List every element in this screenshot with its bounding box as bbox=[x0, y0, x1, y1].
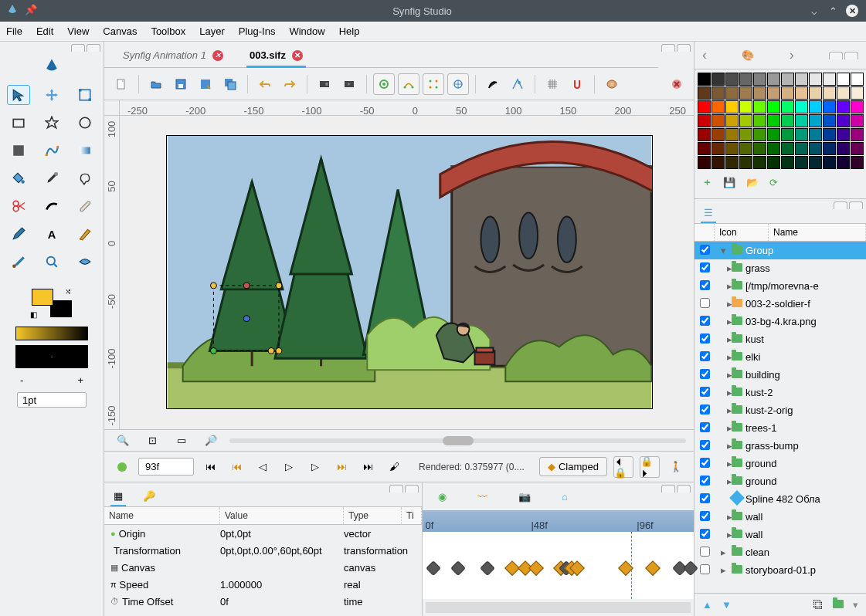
interpolation-mode-button[interactable]: ◆ Clamped bbox=[539, 457, 607, 476]
draw-tool[interactable] bbox=[7, 224, 30, 244]
layer-expand-icon[interactable]: ▸ bbox=[715, 280, 732, 292]
palette-swatch[interactable] bbox=[725, 142, 739, 155]
menu-edit[interactable]: Edit bbox=[36, 25, 53, 37]
open-file-icon[interactable] bbox=[145, 73, 167, 95]
palette-swatch[interactable] bbox=[823, 114, 836, 127]
layer-visibility-checkbox[interactable] bbox=[700, 458, 710, 468]
brush-icon[interactable]: 🖌 bbox=[384, 456, 404, 478]
window-minimize[interactable]: ⌵ bbox=[809, 5, 820, 17]
layer-expand-icon[interactable]: ▸ bbox=[715, 316, 732, 327]
palette-swatch[interactable] bbox=[795, 128, 808, 141]
param-value[interactable]: 1.000000 bbox=[220, 579, 344, 591]
layer-row[interactable]: ▸clean bbox=[694, 543, 866, 561]
layer-visibility-checkbox[interactable] bbox=[700, 245, 710, 255]
current-frame-field[interactable]: 93f bbox=[138, 458, 194, 476]
keyframe-lock-future-icon[interactable]: 🔒⏵ bbox=[640, 456, 660, 478]
keyframe[interactable] bbox=[528, 560, 544, 576]
palette-swatch[interactable] bbox=[851, 100, 864, 113]
menu-plug-ins[interactable]: Plug-Ins bbox=[239, 25, 276, 37]
lasso-tool[interactable] bbox=[73, 168, 97, 188]
palette-refresh-icon[interactable]: ⟳ bbox=[769, 177, 778, 188]
layer-row[interactable]: ▸kust-2 bbox=[694, 384, 866, 401]
palette-swatch[interactable] bbox=[781, 128, 794, 141]
layer-expand-icon[interactable]: ▸ bbox=[715, 333, 732, 345]
palette-swatch[interactable] bbox=[711, 86, 725, 100]
seek-end-icon[interactable]: ⏭ bbox=[358, 456, 378, 478]
seek-next-key-icon[interactable]: ⏭ bbox=[331, 456, 351, 478]
layer-row[interactable]: ▸wall bbox=[694, 526, 866, 543]
zoom-in-icon[interactable]: 🔎 bbox=[200, 430, 222, 452]
layer-visibility-checkbox[interactable] bbox=[700, 369, 710, 379]
tl-keyframe-icon[interactable]: ◉ bbox=[438, 491, 447, 503]
palette-swatch[interactable] bbox=[739, 128, 752, 141]
palette-swatch[interactable] bbox=[753, 156, 766, 169]
palette-swatch[interactable] bbox=[739, 86, 752, 100]
layer-expand-icon[interactable]: ▸ bbox=[715, 547, 732, 558]
zoom-tool[interactable] bbox=[40, 252, 63, 272]
layer-visibility-checkbox[interactable] bbox=[700, 298, 710, 308]
palette-swatch[interactable] bbox=[795, 114, 808, 127]
seek-next-frame-icon[interactable]: ▷ bbox=[305, 456, 325, 478]
eyedropper-tool[interactable] bbox=[40, 168, 63, 188]
palette-swatch[interactable] bbox=[767, 142, 780, 155]
palette-swatch[interactable] bbox=[851, 86, 864, 100]
palette-swatch[interactable] bbox=[809, 73, 822, 86]
move-tool[interactable] bbox=[40, 85, 63, 105]
palette-swatch[interactable] bbox=[767, 73, 780, 86]
artboard[interactable] bbox=[166, 135, 653, 409]
fill-tool[interactable] bbox=[7, 168, 30, 188]
palette-swatch[interactable] bbox=[725, 156, 739, 169]
palette-swatch[interactable] bbox=[837, 100, 850, 113]
palette-swatch[interactable] bbox=[725, 100, 739, 113]
pin-icon[interactable]: 📌 bbox=[25, 4, 37, 19]
window-maximize[interactable]: ⌃ bbox=[827, 5, 838, 17]
layer-visibility-checkbox[interactable] bbox=[700, 511, 710, 521]
layer-row[interactable]: ▸003-2-soldier-f bbox=[694, 295, 866, 313]
spline-tool[interactable] bbox=[40, 140, 63, 161]
menu-view[interactable]: View bbox=[67, 25, 89, 37]
palette-swatch[interactable] bbox=[823, 156, 836, 169]
palette-swatch[interactable] bbox=[698, 128, 711, 141]
layer-expand-icon[interactable]: ▸ bbox=[715, 422, 732, 434]
gradient-tool[interactable] bbox=[73, 140, 97, 161]
palette-swatch[interactable] bbox=[781, 156, 794, 169]
palette-swatch[interactable] bbox=[837, 86, 850, 100]
palette-swatch[interactable] bbox=[781, 100, 794, 113]
palette-tab-icon[interactable]: 🎨 bbox=[742, 49, 754, 61]
brush-tool[interactable] bbox=[7, 252, 30, 272]
palette-swatch[interactable] bbox=[739, 142, 752, 155]
scale-tool[interactable] bbox=[73, 85, 97, 105]
palette-swatch[interactable] bbox=[851, 156, 864, 169]
menu-window[interactable]: Window bbox=[289, 25, 324, 37]
onion-toggle-icon[interactable] bbox=[373, 73, 395, 95]
layer-visibility-checkbox[interactable] bbox=[700, 547, 710, 557]
palette-swatch[interactable] bbox=[823, 73, 836, 86]
palette-swatch[interactable] bbox=[823, 100, 836, 113]
menu-canvas[interactable]: Canvas bbox=[103, 25, 137, 37]
palette-swatch[interactable] bbox=[795, 73, 808, 86]
timeline-track[interactable] bbox=[423, 532, 694, 599]
show-grid-handles-icon[interactable] bbox=[423, 73, 444, 95]
layer-new-folder-icon[interactable] bbox=[833, 599, 844, 611]
layer-visibility-checkbox[interactable] bbox=[700, 333, 710, 344]
nav-prev-icon[interactable]: ‹ bbox=[702, 47, 707, 63]
palette-open-icon[interactable]: 📂 bbox=[746, 177, 759, 188]
palette-swatch[interactable] bbox=[809, 156, 822, 169]
document-tab[interactable]: Synfig Animation 1✕ bbox=[112, 45, 234, 67]
layer-expand-icon[interactable]: ▸ bbox=[715, 564, 732, 576]
render-preview-icon[interactable] bbox=[314, 73, 335, 95]
palette-swatch[interactable] bbox=[823, 142, 836, 155]
document-tab[interactable]: 003.sifz✕ bbox=[239, 45, 314, 67]
palette-swatch[interactable] bbox=[837, 156, 850, 169]
palette-swatch[interactable] bbox=[711, 128, 725, 141]
layer-visibility-checkbox[interactable] bbox=[700, 351, 710, 361]
palette-swatch[interactable] bbox=[739, 73, 752, 86]
foreground-color[interactable] bbox=[32, 289, 53, 306]
palette-swatch[interactable] bbox=[767, 128, 780, 141]
palette-swatch[interactable] bbox=[767, 114, 780, 127]
width-tool[interactable] bbox=[73, 252, 97, 272]
tab-close-icon[interactable]: ✕ bbox=[292, 50, 303, 61]
redo-icon[interactable] bbox=[279, 73, 301, 95]
param-row[interactable]: ⏱Time Offset0ftime bbox=[104, 593, 422, 610]
layer-menu-icon[interactable]: ▾ bbox=[853, 599, 858, 611]
